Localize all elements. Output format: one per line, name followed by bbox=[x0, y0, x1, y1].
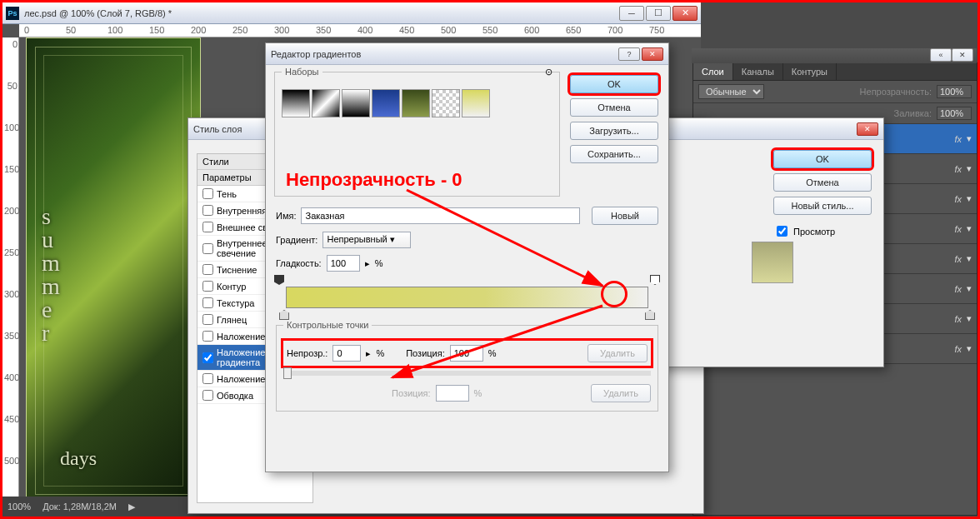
load-button[interactable]: Загрузить... bbox=[570, 122, 658, 140]
fx-badge[interactable]: fx bbox=[954, 344, 962, 354]
position-input-2 bbox=[436, 385, 469, 402]
preset-swatch[interactable] bbox=[402, 89, 430, 117]
name-label: Имя: bbox=[276, 211, 296, 221]
opacity-slider[interactable] bbox=[283, 371, 651, 376]
panel-tabs: Слои Каналы Контуры bbox=[693, 63, 977, 81]
tab-channels[interactable]: Каналы bbox=[733, 63, 783, 80]
chevron-down-icon[interactable]: ▾ bbox=[967, 283, 972, 294]
gradient-bar[interactable] bbox=[286, 287, 648, 308]
position-label-2: Позиция: bbox=[392, 388, 431, 398]
minimize-button[interactable]: ─ bbox=[619, 6, 644, 21]
app-titlebar: Ps лес.psd @ 100% (Слой 7, RGB/8) * ─ ☐ … bbox=[2, 2, 701, 24]
maximize-button[interactable]: ☐ bbox=[646, 6, 671, 21]
panel-collapse-icon[interactable]: « bbox=[930, 48, 952, 62]
preset-swatch[interactable] bbox=[342, 89, 370, 117]
close-icon[interactable]: ✕ bbox=[857, 122, 878, 136]
checkbox[interactable] bbox=[202, 314, 213, 325]
dropdown-icon[interactable]: ▸ bbox=[366, 348, 371, 359]
fx-badge[interactable]: fx bbox=[954, 164, 962, 174]
dialog-titlebar[interactable]: ✕ bbox=[653, 118, 883, 140]
fx-badge[interactable]: fx bbox=[954, 134, 962, 144]
presets-label: Наборы bbox=[282, 67, 322, 77]
fx-badge[interactable]: fx bbox=[954, 224, 962, 234]
doc-size: Док: 1,28M/18,2M bbox=[42, 502, 117, 512]
preset-swatch[interactable] bbox=[432, 89, 460, 117]
cancel-button[interactable]: Отмена bbox=[570, 98, 658, 117]
color-stop-left[interactable] bbox=[279, 310, 289, 320]
dialog-titlebar[interactable]: Редактор градиентов ? ✕ bbox=[266, 43, 668, 65]
chevron-down-icon[interactable]: ▾ bbox=[967, 193, 972, 204]
ps-icon: Ps bbox=[6, 7, 19, 20]
checkbox[interactable] bbox=[202, 281, 213, 292]
checkbox[interactable] bbox=[202, 352, 213, 363]
checkbox[interactable] bbox=[202, 264, 213, 275]
ok-button[interactable]: OK bbox=[773, 150, 872, 168]
preset-swatch[interactable] bbox=[282, 89, 310, 117]
cancel-button[interactable]: Отмена bbox=[773, 173, 872, 192]
status-arrow-icon[interactable]: ▶ bbox=[128, 502, 135, 512]
opacity-stop-label: Непрозр.: bbox=[287, 348, 328, 358]
close-button[interactable]: ✕ bbox=[672, 6, 698, 21]
save-button[interactable]: Сохранить... bbox=[570, 145, 658, 163]
smoothness-label: Гладкость: bbox=[276, 258, 322, 268]
help-icon[interactable]: ? bbox=[618, 47, 640, 61]
gradient-name-input[interactable] bbox=[301, 207, 580, 224]
chevron-down-icon[interactable]: ▾ bbox=[967, 343, 972, 354]
preset-swatch[interactable] bbox=[372, 89, 400, 117]
chevron-down-icon[interactable]: ▾ bbox=[967, 133, 972, 144]
fill-value[interactable]: 100% bbox=[937, 107, 972, 120]
chevron-down-icon[interactable]: ▾ bbox=[967, 313, 972, 324]
document-title: лес.psd @ 100% (Слой 7, RGB/8) * bbox=[24, 8, 619, 18]
presets-menu-icon[interactable]: ⊙ bbox=[545, 67, 552, 77]
checkbox[interactable] bbox=[202, 243, 213, 254]
fx-badge[interactable]: fx bbox=[954, 254, 962, 264]
ok-button[interactable]: OK bbox=[570, 75, 658, 93]
document-image[interactable]: s u m m e r days bbox=[26, 37, 201, 497]
checkbox[interactable] bbox=[202, 373, 213, 384]
chevron-down-icon[interactable]: ▾ bbox=[967, 223, 972, 234]
dropdown-icon[interactable]: ▸ bbox=[365, 258, 370, 269]
fx-badge[interactable]: fx bbox=[954, 314, 962, 324]
blend-mode-select[interactable]: Обычные bbox=[698, 84, 764, 99]
checkbox[interactable] bbox=[202, 222, 213, 232]
gradient-editor-dialog: Редактор градиентов ? ✕ OK Отмена Загруз… bbox=[265, 42, 669, 472]
ruler-horizontal: 050 100150 200250 300350 400450 500550 6… bbox=[19, 24, 701, 37]
fx-badge[interactable]: fx bbox=[954, 194, 962, 204]
delete-stop-button-2: Удалить bbox=[591, 384, 651, 402]
checkbox[interactable] bbox=[202, 390, 213, 401]
gradient-type-select[interactable]: Непрерывный ▾ bbox=[322, 232, 410, 248]
close-icon[interactable]: ✕ bbox=[642, 47, 663, 61]
new-button[interactable]: Новый bbox=[592, 207, 658, 225]
percent-label: % bbox=[488, 348, 497, 358]
panel-close-icon[interactable]: ✕ bbox=[952, 48, 973, 62]
chevron-down-icon[interactable]: ▾ bbox=[967, 163, 972, 174]
chevron-down-icon[interactable]: ▾ bbox=[967, 253, 972, 264]
checkbox[interactable] bbox=[202, 205, 213, 216]
opacity-value[interactable]: 100% bbox=[937, 85, 972, 98]
tab-layers[interactable]: Слои bbox=[693, 63, 733, 80]
dialog-title: Редактор градиентов bbox=[271, 49, 618, 59]
delete-stop-button[interactable]: Удалить bbox=[588, 344, 648, 362]
checkbox[interactable] bbox=[202, 331, 213, 342]
style-confirm-dialog: ✕ OK Отмена Новый стиль... Просмотр bbox=[652, 117, 884, 367]
preset-swatch[interactable] bbox=[462, 89, 490, 117]
checkbox[interactable] bbox=[202, 188, 213, 199]
new-style-button[interactable]: Новый стиль... bbox=[773, 197, 872, 215]
fx-badge[interactable]: fx bbox=[954, 284, 962, 294]
color-stop-right[interactable] bbox=[645, 310, 655, 320]
opacity-stop-right[interactable] bbox=[650, 275, 660, 285]
position-input[interactable] bbox=[450, 345, 483, 362]
preset-swatch[interactable] bbox=[312, 89, 340, 117]
smoothness-input[interactable] bbox=[327, 255, 360, 272]
preview-checkbox-label[interactable]: Просмотр bbox=[773, 223, 872, 239]
preview-checkbox[interactable] bbox=[777, 226, 788, 237]
percent-label: % bbox=[376, 348, 384, 358]
percent-label: % bbox=[474, 388, 482, 398]
opacity-stop-left[interactable] bbox=[274, 275, 284, 285]
tab-paths[interactable]: Контуры bbox=[783, 63, 837, 80]
control-points-label: Контрольные точки bbox=[283, 320, 372, 330]
zoom-value[interactable]: 100% bbox=[8, 502, 31, 512]
slider-thumb[interactable] bbox=[283, 367, 292, 379]
checkbox[interactable] bbox=[202, 297, 213, 308]
opacity-stop-input[interactable] bbox=[332, 345, 361, 362]
